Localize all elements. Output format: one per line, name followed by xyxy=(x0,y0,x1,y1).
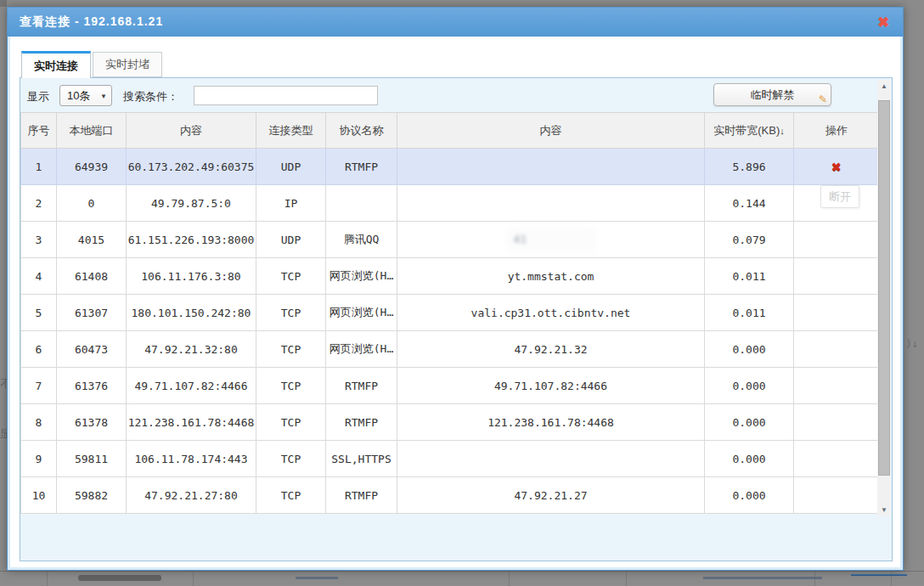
close-icon[interactable]: ✖ xyxy=(874,14,893,32)
tab-realtime-connections[interactable]: 实时连接 xyxy=(21,51,91,78)
dialog-title: 查看连接 - 192.168.1.21 xyxy=(20,14,163,30)
column-header-operation: 操作 xyxy=(794,113,880,149)
row-index-cell: 2 xyxy=(21,185,57,222)
content-cell: 47.92.21.32:80 xyxy=(127,331,256,368)
content-cell: 106.11.78.174:443 xyxy=(127,441,256,477)
tab-realtime-blocking[interactable]: 实时封堵 xyxy=(93,52,162,77)
remote-content-cell xyxy=(397,441,705,477)
connection-type-cell: TCP xyxy=(256,258,326,295)
table-row[interactable]: 3 4015 61.151.226.193:8000 UDP 腾讯QQ 41 0… xyxy=(21,222,880,258)
protocol-cell: 腾讯QQ xyxy=(326,222,397,258)
local-port-cell: 64939 xyxy=(57,149,127,185)
operation-cell xyxy=(794,258,880,295)
temp-unban-label: 临时解禁 xyxy=(751,87,795,103)
bandwidth-cell: 0.011 xyxy=(705,258,794,295)
scroll-up-icon[interactable]: ▲ xyxy=(877,80,891,93)
disconnect-icon[interactable]: ✖ xyxy=(831,157,841,176)
content-cell: 49.79.87.5:0 xyxy=(127,185,256,222)
connection-type-cell: UDP xyxy=(256,222,326,258)
table-row[interactable]: 10 59882 47.92.21.27:80 TCP RTMFP 47.92.… xyxy=(21,477,880,514)
connection-type-cell: UDP xyxy=(256,149,326,185)
view-connections-dialog: 查看连接 - 192.168.1.21 ✖ 实时连接 实时封堵 显示 10条 ▼… xyxy=(7,7,904,571)
table-row[interactable]: 7 61376 49.71.107.82:4466 TCP RTMFP 49.7… xyxy=(21,368,880,404)
chevron-down-icon: ▼ xyxy=(100,93,107,100)
background-grid-line xyxy=(47,572,48,586)
remote-content-cell: yt.mmstat.com xyxy=(397,258,705,295)
table-row[interactable]: 8 61378 121.238.161.78:4468 TCP RTMFP 12… xyxy=(21,404,880,441)
protocol-cell: RTMFP xyxy=(326,404,397,441)
protocol-cell: SSL,HTTPS xyxy=(326,441,397,477)
connection-type-cell: TCP xyxy=(256,441,326,477)
local-port-cell: 59811 xyxy=(57,441,127,477)
operation-cell xyxy=(794,441,880,477)
vertical-scrollbar[interactable]: ▲ ▼ xyxy=(877,80,891,516)
scrollbar-thumb[interactable] xyxy=(878,100,890,476)
row-index-cell: 4 xyxy=(21,258,57,295)
bandwidth-cell: 0.079 xyxy=(705,222,794,258)
background-grid-line xyxy=(509,572,510,586)
table-body: 1 64939 60.173.202.49:60375 UDP RTMFP 5.… xyxy=(21,149,880,514)
bandwidth-cell: 0.000 xyxy=(705,331,794,368)
protocol-cell: RTMFP xyxy=(326,368,397,404)
local-port-cell: 61307 xyxy=(57,295,127,331)
temp-unban-button[interactable]: 临时解禁 ✎ xyxy=(713,83,831,106)
column-header-bandwidth[interactable]: 实时带宽(KB)↓ xyxy=(705,113,794,149)
table-row[interactable]: 5 61307 180.101.150.242:80 TCP 网页浏览(H… v… xyxy=(21,295,880,331)
remote-content-cell xyxy=(397,149,705,185)
local-port-cell: 61376 xyxy=(57,368,127,404)
bandwidth-cell: 0.000 xyxy=(705,477,794,514)
pencil-icon: ✎ xyxy=(819,93,827,105)
operation-cell xyxy=(794,222,880,258)
page-size-select[interactable]: 10条 ▼ xyxy=(59,85,112,106)
operation-cell xyxy=(794,477,880,514)
background-link-fragment xyxy=(851,574,907,576)
column-header-local-port: 本地端口 xyxy=(57,113,127,149)
tab-bar: 实时连接 实时封堵 xyxy=(21,51,162,77)
table-row[interactable]: 6 60473 47.92.21.32:80 TCP 网页浏览(H… 47.92… xyxy=(21,331,880,368)
bandwidth-cell: 0.000 xyxy=(705,404,794,441)
background-table-edge xyxy=(0,571,924,572)
operation-cell xyxy=(794,404,880,441)
dialog-titlebar: 查看连接 - 192.168.1.21 ✖ xyxy=(8,8,903,37)
background-grid-line xyxy=(626,572,627,586)
remote-content-cell: 47.92.21.32 xyxy=(397,331,705,368)
table-header-row: 序号 本地端口 内容 连接类型 协议名称 内容 实时带宽(KB)↓ 操作 xyxy=(21,113,880,149)
connection-type-cell: TCP xyxy=(256,477,326,514)
disconnect-tooltip: 断开 xyxy=(820,185,859,208)
row-index-cell: 3 xyxy=(21,222,57,258)
remote-content-cell: vali.cp31.ott.cibntv.net xyxy=(397,295,705,331)
connection-type-cell: TCP xyxy=(256,331,326,368)
local-port-cell: 61378 xyxy=(57,404,127,441)
operation-cell xyxy=(794,295,880,331)
filter-bar: 显示 10条 ▼ 搜索条件： 临时解禁 ✎ xyxy=(20,78,892,112)
local-port-cell: 61408 xyxy=(57,258,127,295)
row-index-cell: 9 xyxy=(21,441,57,477)
page-size-label: 显示 xyxy=(27,89,49,104)
local-port-cell: 59882 xyxy=(57,477,127,514)
content-cell: 60.173.202.49:60375 xyxy=(127,149,256,185)
content-cell: 106.11.176.3:80 xyxy=(127,258,256,295)
row-index-cell: 8 xyxy=(21,404,57,441)
table-row[interactable]: 9 59811 106.11.78.174:443 TCP SSL,HTTPS … xyxy=(21,441,880,477)
sort-desc-icon: ↓ xyxy=(780,126,785,136)
background-truncated-text: )↓ xyxy=(905,337,919,350)
operation-cell xyxy=(794,368,880,404)
content-cell: 180.101.150.242:80 xyxy=(127,295,256,331)
table-row[interactable]: 4 61408 106.11.176.3:80 TCP 网页浏览(H… yt.m… xyxy=(21,258,880,295)
content-cell: 61.151.226.193:8000 xyxy=(127,222,256,258)
content-cell: 49.71.107.82:4466 xyxy=(127,368,256,404)
operation-cell: ✖ xyxy=(794,149,880,185)
background-grid-line xyxy=(193,572,194,586)
search-input[interactable] xyxy=(194,86,378,105)
connection-type-cell: TCP xyxy=(256,404,326,441)
protocol-cell: RTMFP xyxy=(326,149,397,185)
search-label: 搜索条件： xyxy=(123,89,178,104)
row-index-cell: 7 xyxy=(21,368,57,404)
table-row[interactable]: 1 64939 60.173.202.49:60375 UDP RTMFP 5.… xyxy=(21,149,880,185)
remote-content-cell: 121.238.161.78:4468 xyxy=(397,404,705,441)
bandwidth-cell: 0.000 xyxy=(705,368,794,404)
scroll-down-icon[interactable]: ▼ xyxy=(877,504,891,516)
connections-table: 序号 本地端口 内容 连接类型 协议名称 内容 实时带宽(KB)↓ 操作 1 6… xyxy=(20,112,880,514)
connection-type-cell: TCP xyxy=(256,368,326,404)
table-row[interactable]: 2 0 49.79.87.5:0 IP 0.144 xyxy=(21,185,880,222)
